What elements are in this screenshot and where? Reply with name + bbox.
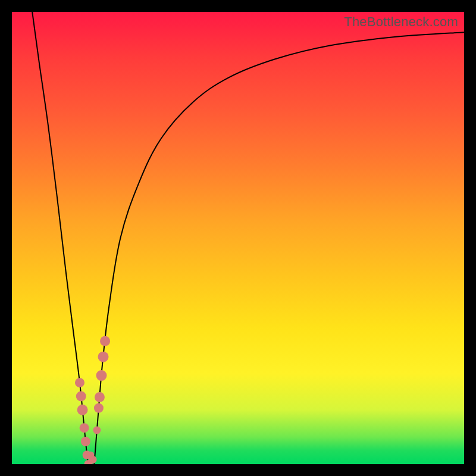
curve-right-branch bbox=[94, 32, 464, 464]
marker-dot bbox=[98, 352, 109, 362]
marker-dot bbox=[93, 427, 101, 434]
chart-svg bbox=[12, 12, 464, 464]
marker-dot bbox=[100, 336, 110, 346]
marker-dot bbox=[80, 423, 89, 433]
marker-dot bbox=[75, 378, 84, 387]
marker-dot bbox=[96, 370, 107, 381]
marker-cluster bbox=[75, 336, 110, 464]
marker-dot bbox=[94, 403, 104, 413]
marker-dot bbox=[77, 405, 88, 415]
marker-dot bbox=[95, 392, 105, 402]
marker-dot bbox=[81, 437, 90, 446]
marker-dot bbox=[89, 456, 97, 464]
chart-outer-frame: TheBottleneck.com bbox=[0, 0, 476, 476]
chart-plot-area: TheBottleneck.com bbox=[12, 12, 464, 464]
marker-dot bbox=[76, 392, 86, 402]
